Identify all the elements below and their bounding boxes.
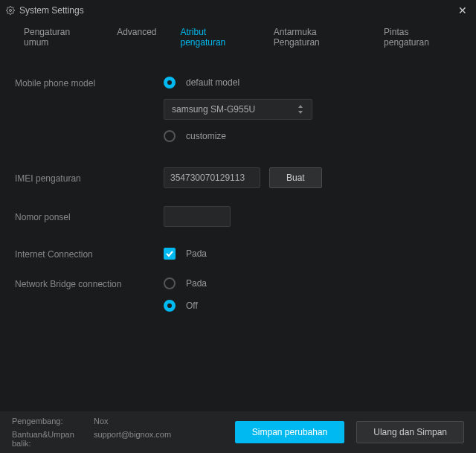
button-save[interactable]: Simpan perubahan: [235, 421, 344, 443]
button-generate-imei[interactable]: Buat: [269, 167, 322, 188]
input-imei[interactable]: [164, 167, 260, 188]
input-phone-number[interactable]: [164, 206, 231, 227]
label-bridge: Network Bridge connection: [15, 277, 164, 289]
select-device-value: samsung SM-G955U: [172, 104, 297, 115]
checkbox-internet-label: Pada: [186, 248, 207, 259]
button-restart-save[interactable]: Ulang dan Simpan: [356, 421, 464, 443]
chevron-updown-icon: [297, 105, 304, 114]
footer: Pengembang: Nox Bantuan&Umpan balik: sup…: [0, 411, 476, 453]
svg-point-0: [10, 10, 12, 12]
label-imei: IMEI pengaturan: [15, 172, 164, 184]
radio-bridge-off-label: Off: [186, 301, 198, 311]
tab-interface[interactable]: Antarmuka Pengaturan: [262, 21, 372, 55]
gear-icon: [6, 6, 15, 15]
footer-developer-val: Nox: [94, 417, 205, 425]
footer-support-val: support@bignox.com: [94, 430, 205, 448]
footer-support-key: Bantuan&Umpan balik:: [12, 430, 94, 448]
footer-developer-key: Pengembang:: [12, 417, 94, 425]
radio-bridge-on[interactable]: [164, 277, 176, 289]
window-title: System Settings: [19, 5, 455, 16]
radio-bridge-on-label: Pada: [186, 278, 207, 289]
tab-shortcuts[interactable]: Pintas pengaturan: [372, 21, 464, 55]
radio-default-model[interactable]: [164, 77, 176, 89]
tab-attributes[interactable]: Atribut pengaturan: [169, 21, 262, 55]
select-device-model[interactable]: samsung SM-G955U: [164, 99, 312, 120]
titlebar: System Settings ✕: [0, 0, 476, 21]
radio-default-model-label: default model: [186, 77, 239, 88]
close-button[interactable]: ✕: [455, 4, 470, 16]
content-area: Mobile phone model default model samsung…: [0, 56, 476, 312]
label-phone-number: Nomor ponsel: [15, 211, 164, 222]
tab-general[interactable]: Pengaturan umum: [12, 21, 105, 55]
checkbox-internet[interactable]: [164, 248, 176, 260]
label-phone-model: Mobile phone model: [15, 77, 164, 89]
radio-bridge-off[interactable]: [164, 300, 176, 312]
radio-customize-label: customize: [186, 131, 226, 141]
radio-customize-model[interactable]: [164, 130, 176, 142]
tab-bar: Pengaturan umum Advanced Atribut pengatu…: [0, 21, 476, 56]
tab-advanced[interactable]: Advanced: [105, 21, 168, 55]
label-internet: Internet Connection: [15, 248, 164, 260]
